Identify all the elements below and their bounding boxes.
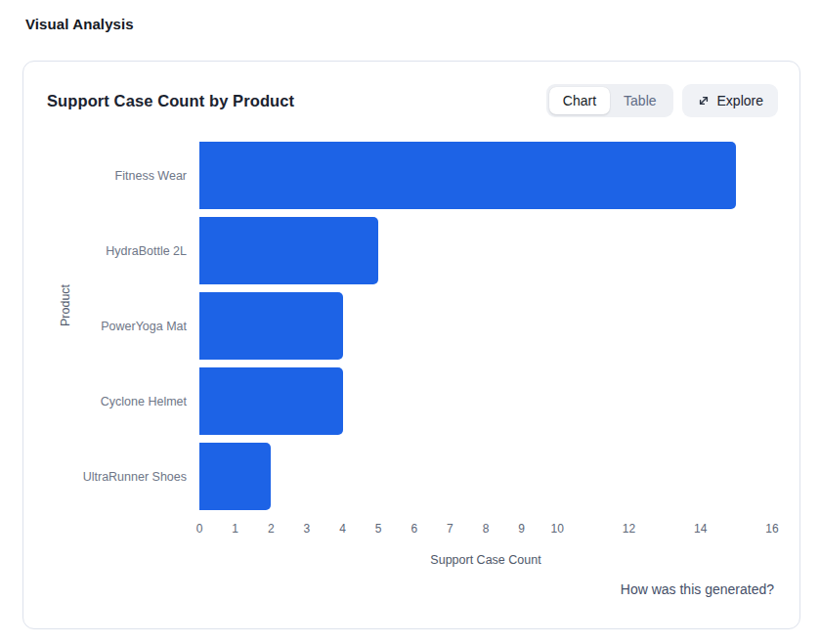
y-axis-title: Product	[59, 284, 72, 326]
card-header: Support Case Count by Product Chart Tabl…	[23, 62, 799, 116]
category-label: Fitness Wear	[47, 169, 199, 183]
chart-title: Support Case Count by Product	[47, 92, 294, 110]
bar-rows: Fitness WearHydraBottle 2LPowerYoga MatC…	[47, 138, 799, 514]
x-axis-title: Support Case Count	[430, 553, 540, 567]
chart-table-toggle: Chart Table	[546, 84, 673, 117]
header-controls: Chart Table Explore	[546, 84, 778, 117]
x-tick-label: 8	[483, 522, 490, 536]
category-label: Cyclone Helmet	[47, 395, 199, 408]
bar[interactable]	[199, 443, 271, 510]
x-tick-label: 9	[518, 522, 525, 536]
x-tick-label: 6	[410, 522, 417, 536]
x-tick-label: 14	[694, 522, 707, 536]
bar[interactable]	[199, 367, 343, 435]
chart-card: Support Case Count by Product Chart Tabl…	[22, 61, 800, 629]
expand-diagonal-icon	[697, 94, 711, 107]
card-footer: How was this generated?	[621, 580, 774, 598]
tab-chart[interactable]: Chart	[549, 87, 610, 114]
bar-chart: Product Fitness WearHydraBottle 2LPowerY…	[23, 138, 799, 568]
x-axis-title-row: Support Case Count	[199, 550, 772, 568]
bar-row: HydraBottle 2L	[47, 213, 799, 288]
bar[interactable]	[199, 217, 378, 284]
category-label: UltraRunner Shoes	[47, 470, 199, 484]
bar-track	[199, 142, 772, 209]
x-tick-label: 4	[339, 522, 346, 536]
x-tick-label: 12	[623, 522, 635, 536]
x-tick-label: 1	[232, 522, 238, 536]
explore-button[interactable]: Explore	[682, 84, 778, 117]
bar-track	[199, 443, 772, 510]
x-tick-label: 5	[375, 522, 382, 536]
category-label: HydraBottle 2L	[47, 244, 199, 258]
bar-row: UltraRunner Shoes	[47, 439, 799, 514]
bar[interactable]	[199, 292, 343, 360]
bar-track	[199, 367, 772, 435]
bar-row: Cyclone Helmet	[47, 364, 799, 439]
x-axis-ticks: 012345678910121416	[199, 522, 772, 543]
x-tick-label: 7	[447, 522, 453, 536]
visual-analysis-page: Visual Analysis Support Case Count by Pr…	[0, 0, 820, 644]
explore-button-label: Explore	[717, 93, 763, 108]
page-title: Visual Analysis	[25, 16, 134, 32]
bar[interactable]	[199, 142, 736, 209]
x-tick-label: 10	[551, 522, 564, 536]
x-tick-label: 3	[304, 522, 311, 536]
bar-row: Fitness Wear	[47, 138, 799, 213]
bar-row: PowerYoga Mat	[47, 288, 799, 364]
bar-track	[199, 217, 772, 284]
bar-track	[199, 292, 772, 360]
tab-table[interactable]: Table	[610, 87, 669, 114]
x-tick-label: 0	[196, 522, 203, 536]
x-tick-label: 2	[268, 522, 275, 536]
how-generated-link[interactable]: How was this generated?	[621, 581, 774, 597]
x-tick-label: 16	[765, 522, 778, 536]
